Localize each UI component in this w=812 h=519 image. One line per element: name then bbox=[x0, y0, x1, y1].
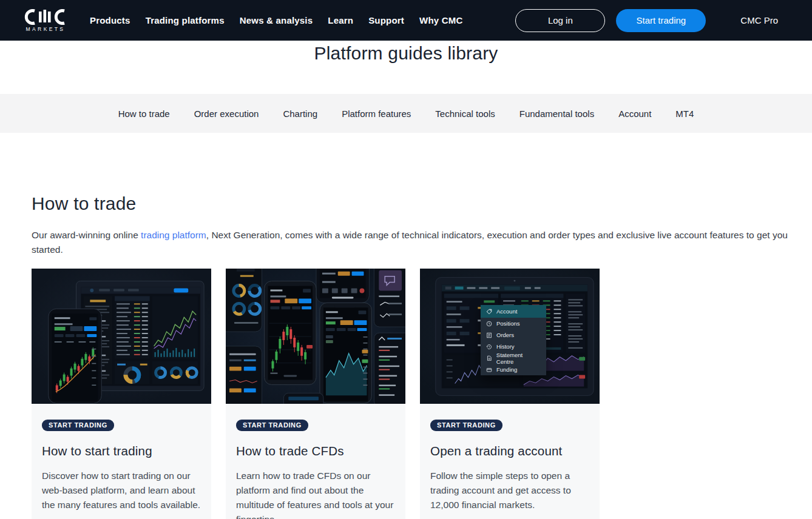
guides-tab-bar: How to trade Order execution Charting Pl… bbox=[0, 94, 812, 133]
card-badge: START TRADING bbox=[430, 420, 502, 431]
card-description: Learn how to trade CFDs on our platform … bbox=[236, 469, 395, 519]
menu-item-funding[interactable]: Funding bbox=[481, 364, 546, 375]
card-badge: START TRADING bbox=[42, 420, 114, 431]
tab-fundamental-tools[interactable]: Fundamental tools bbox=[519, 109, 594, 119]
title-band: Platform guides library bbox=[0, 41, 812, 94]
positions-icon bbox=[486, 321, 492, 327]
funding-icon bbox=[486, 367, 492, 373]
card-title: How to start trading bbox=[42, 444, 201, 458]
tag-icon bbox=[486, 309, 492, 315]
card-badge: START TRADING bbox=[236, 420, 308, 431]
nav-item-support[interactable]: Support bbox=[368, 15, 404, 25]
card-description: Follow the simple steps to open a tradin… bbox=[430, 469, 589, 512]
tab-platform-features[interactable]: Platform features bbox=[342, 109, 411, 119]
logo-markets-label: MARKETS bbox=[26, 26, 66, 32]
card-body: START TRADING How to trade CFDs Learn ho… bbox=[226, 404, 405, 519]
mobile-apps-illustration bbox=[226, 269, 405, 404]
card-title: Open a trading account bbox=[430, 444, 589, 458]
menu-item-account[interactable]: Account bbox=[481, 305, 546, 318]
card-description: Discover how to start trading on our web… bbox=[42, 469, 201, 512]
section-heading: How to trade bbox=[32, 193, 794, 214]
card-body: START TRADING How to start trading Disco… bbox=[32, 404, 211, 519]
tab-order-execution[interactable]: Order execution bbox=[194, 109, 259, 119]
top-navigation: MARKETS Products Trading platforms News … bbox=[0, 0, 812, 41]
section-intro: Our award-winning online trading platfor… bbox=[32, 228, 794, 257]
orders-icon bbox=[486, 332, 492, 338]
tab-account[interactable]: Account bbox=[618, 109, 651, 119]
trading-platform-link[interactable]: trading platform bbox=[141, 230, 206, 240]
page-title: Platform guides library bbox=[314, 43, 498, 94]
card-image-web-platform-and-phone bbox=[32, 269, 211, 404]
nav-actions: Log in Start trading CMC Pro bbox=[515, 9, 804, 32]
nav-item-products[interactable]: Products bbox=[90, 15, 130, 25]
start-trading-button[interactable]: Start trading bbox=[616, 9, 706, 32]
tab-how-to-trade[interactable]: How to trade bbox=[118, 109, 170, 119]
menu-item-history[interactable]: History bbox=[481, 341, 546, 352]
history-icon bbox=[486, 344, 492, 350]
guide-cards-grid: START TRADING How to start trading Disco… bbox=[32, 269, 794, 519]
tab-technical-tools[interactable]: Technical tools bbox=[435, 109, 495, 119]
nav-item-news-analysis[interactable]: News & analysis bbox=[240, 15, 313, 25]
cmc-pro-link[interactable]: CMC Pro bbox=[740, 15, 778, 25]
tab-mt4[interactable]: MT4 bbox=[675, 109, 694, 119]
cmc-markets-logo[interactable]: MARKETS bbox=[24, 9, 67, 32]
card-image-platform-account-menu: Account Positions Orders bbox=[420, 269, 600, 404]
card-title: How to trade CFDs bbox=[236, 444, 395, 458]
intro-text-before: Our award-winning online bbox=[32, 230, 141, 240]
menu-item-statement-centre[interactable]: Statement Centre bbox=[481, 352, 546, 364]
statement-icon bbox=[486, 355, 492, 361]
tab-charting[interactable]: Charting bbox=[283, 109, 317, 119]
nav-item-why-cmc[interactable]: Why CMC bbox=[419, 15, 462, 25]
menu-item-positions[interactable]: Positions bbox=[481, 318, 546, 329]
card-how-to-start-trading[interactable]: START TRADING How to start trading Disco… bbox=[32, 269, 211, 519]
card-body: START TRADING Open a trading account Fol… bbox=[420, 404, 600, 519]
how-to-trade-section: How to trade Our award-winning online tr… bbox=[0, 193, 812, 519]
card-open-a-trading-account[interactable]: Account Positions Orders bbox=[420, 269, 600, 519]
empty-grid-cell bbox=[614, 269, 794, 519]
nav-item-trading-platforms[interactable]: Trading platforms bbox=[146, 15, 225, 25]
card-how-to-trade-cfds[interactable]: START TRADING How to trade CFDs Learn ho… bbox=[226, 269, 405, 519]
login-button[interactable]: Log in bbox=[515, 9, 605, 32]
cmc-logo-icon bbox=[24, 9, 67, 25]
menu-item-orders[interactable]: Orders bbox=[481, 329, 546, 341]
main-nav: Products Trading platforms News & analys… bbox=[90, 15, 462, 25]
nav-item-learn[interactable]: Learn bbox=[328, 15, 353, 25]
web-platform-illustration bbox=[32, 269, 211, 404]
account-dropdown-menu: Account Positions Orders bbox=[481, 305, 546, 375]
card-image-mobile-apps bbox=[226, 269, 405, 404]
